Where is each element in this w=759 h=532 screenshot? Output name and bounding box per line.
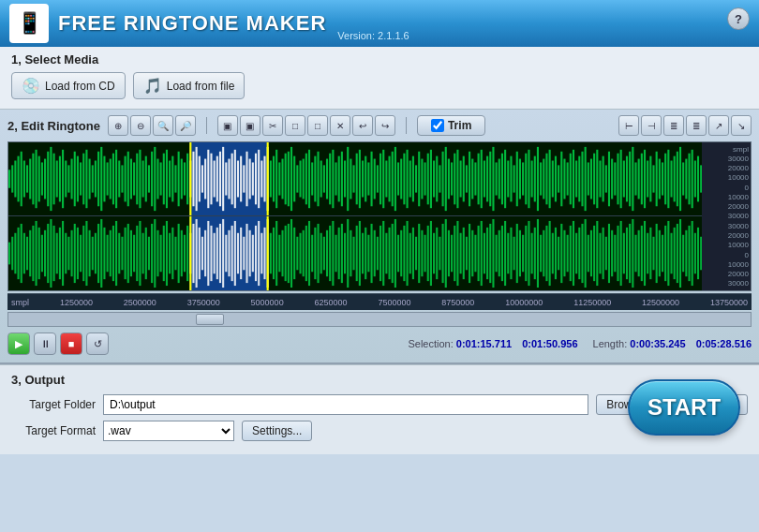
svg-rect-460 <box>614 235 616 273</box>
svg-rect-361 <box>320 233 322 273</box>
svg-rect-45 <box>142 161 144 198</box>
svg-rect-85 <box>258 150 260 208</box>
svg-rect-268 <box>53 226 55 281</box>
svg-rect-452 <box>590 230 592 276</box>
svg-rect-195 <box>578 156 580 202</box>
load-from-file-button[interactable]: 🎵 Load from file <box>133 72 246 99</box>
svg-rect-127 <box>377 165 379 192</box>
trim-checkbox[interactable] <box>431 119 444 132</box>
svg-rect-115 <box>341 152 343 207</box>
target-folder-input[interactable] <box>103 394 588 415</box>
media-buttons-toolbar: 💿 Load from CD 🎵 Load from file <box>11 72 748 99</box>
zoom-out-btn[interactable]: ⊖ <box>130 115 151 136</box>
svg-rect-343 <box>267 216 269 290</box>
svg-rect-116 <box>344 161 346 198</box>
cut-btn[interactable]: ✂ <box>262 115 283 136</box>
svg-rect-140 <box>415 165 417 192</box>
svg-rect-43 <box>136 154 138 205</box>
rz-btn1[interactable]: ⊢ <box>618 115 639 136</box>
svg-rect-393 <box>415 237 417 271</box>
svg-rect-335 <box>249 230 251 276</box>
svg-rect-69 <box>210 154 212 205</box>
copy2-btn[interactable]: □ <box>285 115 305 136</box>
svg-rect-345 <box>273 228 275 279</box>
svg-rect-433 <box>534 228 536 279</box>
paste-btn[interactable]: ▣ <box>240 115 260 136</box>
rz-btn4[interactable]: ≣ <box>686 115 707 136</box>
svg-rect-402 <box>442 224 444 283</box>
format-select[interactable]: .wav .mp3 .ogg .aac <box>103 421 234 441</box>
zoom-fit-btn[interactable]: 🔎 <box>175 115 196 136</box>
rz-btn2[interactable]: ⊣ <box>641 115 662 136</box>
svg-rect-407 <box>456 221 458 286</box>
svg-rect-125 <box>370 152 372 207</box>
load-from-cd-button[interactable]: 💿 Load from CD <box>11 72 126 99</box>
pause-button[interactable]: ⏸ <box>34 332 56 355</box>
rz-btn6[interactable]: ↘ <box>731 115 752 136</box>
edit-tools-toolbar: ▣ ▣ ✂ □ □ ✕ ↩ ↪ <box>217 115 395 136</box>
svg-rect-71 <box>216 156 218 202</box>
svg-rect-306 <box>166 221 168 286</box>
svg-rect-463 <box>623 233 625 273</box>
svg-rect-417 <box>486 228 488 279</box>
svg-rect-303 <box>156 230 158 276</box>
svg-rect-120 <box>356 154 358 205</box>
svg-rect-328 <box>228 230 230 276</box>
rz-btn3[interactable]: ≣ <box>663 115 684 136</box>
svg-rect-429 <box>522 235 524 273</box>
svg-rect-200 <box>593 154 595 205</box>
svg-rect-288 <box>112 226 114 281</box>
zoom-sel-btn[interactable]: 🔍 <box>153 115 173 136</box>
svg-rect-153 <box>454 154 455 205</box>
scrollbar-thumb[interactable] <box>196 314 224 325</box>
zoom-in-btn[interactable]: ⊕ <box>108 115 128 136</box>
svg-rect-29 <box>95 161 97 198</box>
waveform-scrollbar[interactable] <box>7 312 752 327</box>
undo-btn[interactable]: ↩ <box>352 115 373 136</box>
app-logo-icon: 📱 <box>9 4 49 43</box>
svg-rect-223 <box>662 162 663 195</box>
rz-btn5[interactable]: ↗ <box>708 115 729 136</box>
svg-rect-30 <box>97 152 99 207</box>
svg-rect-73 <box>222 147 224 211</box>
stop-button[interactable]: ■ <box>60 332 82 355</box>
svg-rect-265 <box>44 230 46 276</box>
svg-rect-478 <box>667 221 669 286</box>
loop-button[interactable]: ↺ <box>86 332 109 355</box>
svg-rect-105 <box>311 162 313 195</box>
svg-rect-473 <box>652 237 654 271</box>
svg-rect-142 <box>421 159 423 200</box>
svg-rect-398 <box>430 221 432 286</box>
play-button[interactable]: ▶ <box>7 332 30 355</box>
svg-rect-274 <box>71 230 73 276</box>
svg-rect-380 <box>377 237 379 271</box>
svg-rect-162 <box>481 150 483 208</box>
help-button[interactable]: ? <box>727 7 750 30</box>
svg-rect-440 <box>555 228 557 279</box>
svg-rect-123 <box>365 156 366 202</box>
svg-rect-214 <box>634 162 636 195</box>
svg-rect-5 <box>23 161 25 198</box>
svg-rect-147 <box>436 156 438 202</box>
waveform-display[interactable]: smpl 30000 20000 10000 0 10000 20000 300… <box>7 141 752 291</box>
svg-rect-323 <box>214 233 216 273</box>
length-time: 0:00:35.245 <box>630 338 685 349</box>
settings-button[interactable]: Settings... <box>242 421 312 441</box>
trim-button[interactable]: Trim <box>417 115 485 136</box>
svg-rect-217 <box>644 150 646 208</box>
svg-rect-305 <box>163 226 165 281</box>
svg-rect-221 <box>656 152 658 207</box>
svg-rect-356 <box>305 226 307 281</box>
delete-btn[interactable]: ✕ <box>330 115 350 136</box>
svg-rect-169 <box>501 154 503 205</box>
svg-rect-373 <box>356 226 358 281</box>
copy-btn[interactable]: ▣ <box>217 115 238 136</box>
svg-rect-201 <box>596 150 598 208</box>
svg-rect-126 <box>374 159 376 200</box>
svg-rect-472 <box>649 228 651 279</box>
paste2-btn[interactable]: □ <box>307 115 328 136</box>
svg-rect-482 <box>679 219 681 288</box>
start-button[interactable]: START <box>628 379 740 436</box>
svg-rect-360 <box>317 224 319 283</box>
redo-btn[interactable]: ↪ <box>375 115 395 136</box>
